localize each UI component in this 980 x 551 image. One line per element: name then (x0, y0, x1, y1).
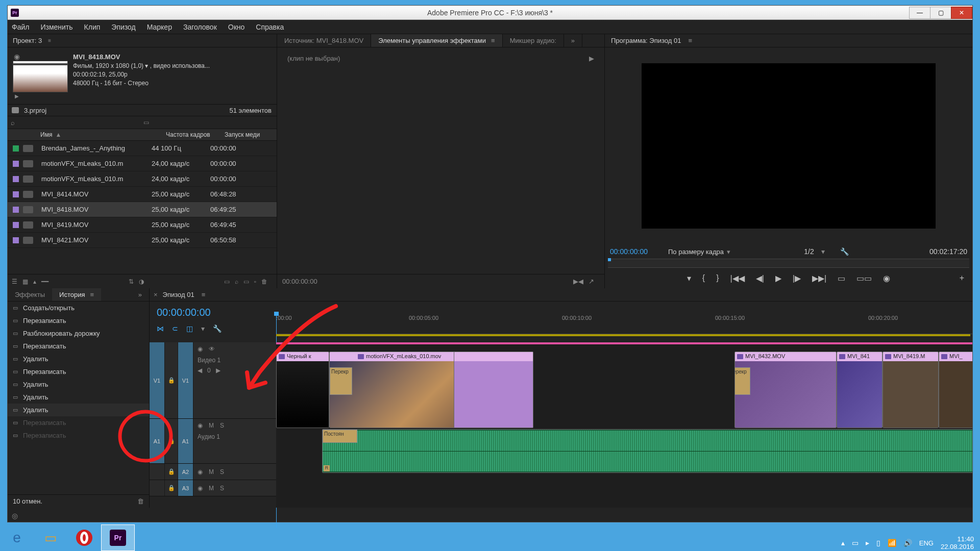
close-button[interactable]: ✕ (951, 7, 972, 19)
tray-language[interactable]: ENG (919, 539, 934, 547)
a1-solo-toggle[interactable]: S (220, 422, 224, 429)
rubber-band-icon[interactable]: R (324, 465, 330, 471)
a2-source-patch[interactable] (150, 464, 165, 480)
timeline-ruler[interactable]: :00:0000:00:05:0000:00:10:0000:00:15:000… (276, 314, 972, 334)
clip-mvi8432[interactable]: MVI_8432.MOV Перекр (734, 352, 837, 428)
trash-icon[interactable]: 🗑 (261, 278, 267, 285)
loop-icon[interactable]: ▶◀ (573, 278, 583, 285)
v1-source-patch[interactable]: V1 (150, 342, 165, 418)
clip-audio[interactable]: Постоян R (322, 429, 972, 473)
history-item[interactable]: ▭Перезаписать (8, 416, 149, 429)
a1-target-toggle[interactable]: A1 (178, 419, 193, 463)
tray-clock[interactable]: 11:40 22.08.2016 (941, 535, 974, 551)
tray-up-icon[interactable]: ▴ (841, 539, 845, 547)
list-view-icon[interactable]: ☰ (12, 278, 17, 285)
export-frame-icon[interactable]: ◉ (883, 273, 890, 283)
a2-output-toggle[interactable]: ◉ (198, 468, 203, 475)
creative-cloud-icon[interactable]: ◎ (12, 512, 18, 520)
history-item[interactable]: ▭Разблокировать дорожку (8, 327, 149, 340)
v1-lock-toggle[interactable]: 🔒 (165, 342, 178, 418)
settings-icon[interactable]: 🔧 (213, 324, 222, 333)
maximize-button[interactable]: ▢ (930, 7, 951, 19)
clip-mvi8419[interactable]: MVI_8419.M (883, 352, 939, 428)
history-item[interactable]: ▭Удалить (8, 378, 149, 391)
search-icon-2[interactable]: ⌕ (235, 278, 238, 285)
panel-menu-icon[interactable]: ≡ (688, 37, 692, 44)
transition-in[interactable]: Перекр (330, 367, 352, 395)
go-to-in-icon[interactable]: { (702, 273, 705, 283)
asset-row[interactable]: MVI_8419.MOV 25,00 кадр/с 06:49:45 (8, 217, 277, 233)
folder-filter-icon[interactable]: ▭ (143, 119, 149, 126)
menu-file[interactable]: Файл (12, 23, 29, 31)
linked-selection-icon[interactable]: ⊂ (172, 324, 178, 333)
audio-transition[interactable]: Постоян (323, 430, 357, 443)
extract-icon[interactable]: ▭▭ (856, 273, 872, 283)
a2-lock-toggle[interactable]: 🔒 (165, 464, 178, 480)
v1-output-toggle[interactable]: ◉ (198, 345, 203, 353)
v1-next-kf-icon[interactable]: ▶ (216, 367, 220, 374)
project-panel-header[interactable]: Проект: 3 ≡ (8, 34, 277, 47)
automate-icon[interactable]: ◑ (139, 278, 144, 285)
tray-battery-icon[interactable]: ▯ (876, 539, 880, 547)
a3-solo-toggle[interactable]: S (220, 485, 224, 492)
taskbar-premiere[interactable]: Pr (101, 524, 135, 551)
icon-view-icon[interactable]: ▦ (22, 278, 28, 285)
asset-row[interactable]: MVI_8421.MOV 25,00 кадр/с 06:50:58 (8, 233, 277, 248)
history-item[interactable]: ▭Перезаписать (8, 340, 149, 353)
menu-sequence[interactable]: Эпизод (111, 23, 135, 31)
history-item[interactable]: ▭Удалить (8, 353, 149, 365)
clip-thumbnail[interactable] (13, 61, 68, 92)
clip-mvi841[interactable]: MVI_841 (837, 352, 883, 428)
tray-flag-icon[interactable]: ▸ (866, 539, 869, 547)
menu-marker[interactable]: Маркер (147, 23, 172, 31)
a3-lock-toggle[interactable]: 🔒 (165, 480, 178, 496)
history-item[interactable]: ▭Удалить (8, 404, 149, 416)
search-icon[interactable]: ⌕ (11, 119, 15, 127)
taskbar-explorer[interactable]: ▭ (34, 524, 67, 551)
tray-volume-icon[interactable]: 🔊 (903, 539, 912, 547)
asset-row[interactable]: MVI_8418.MOV 25,00 кадр/с 06:49:25 (8, 202, 277, 217)
zoom-out-icon[interactable]: ▴ (33, 278, 36, 285)
marker-icon[interactable]: ◫ (186, 324, 193, 333)
minimize-button[interactable]: — (909, 7, 930, 19)
program-monitor[interactable] (605, 47, 972, 244)
a2-target-toggle[interactable]: A2 (178, 464, 193, 480)
a1-mute-toggle[interactable]: M (209, 422, 214, 429)
lift-icon[interactable]: ▭ (838, 273, 845, 283)
asset-row[interactable]: motionVFX_mLeaks_010.m 24,00 кадр/с 00:0… (8, 171, 277, 187)
timeline-timecode[interactable]: 00:00:00:00 (150, 302, 276, 318)
timeline-body[interactable]: Черный к motionVFX_mLeaks_010.mov Перекр… (276, 342, 972, 508)
asset-row[interactable]: MVI_8414.MOV 25,00 кадр/с 06:48:28 (8, 187, 277, 202)
tray-monitor-icon[interactable]: ▭ (852, 539, 859, 547)
add-marker-icon[interactable]: ▾ (201, 324, 205, 333)
col-name[interactable]: Имя▲ (38, 131, 166, 138)
tab-more[interactable]: » (564, 34, 582, 47)
menu-edit[interactable]: Изменить (40, 23, 72, 31)
menu-clip[interactable]: Клип (84, 23, 101, 31)
panel-menu-icon[interactable]: ≡ (48, 38, 51, 43)
v1-eye-toggle[interactable]: 👁 (209, 345, 215, 353)
asset-row[interactable]: Brendan_James_-_Anything 44 100 Гц 00:00… (8, 141, 277, 156)
add-button-icon[interactable]: + (960, 273, 964, 283)
transition[interactable]: Перекр (734, 367, 750, 395)
tab-effects[interactable]: Эффекты (8, 288, 52, 301)
panel-menu-icon[interactable]: ≡ (202, 291, 206, 298)
zoom-slider[interactable]: ━━ (41, 278, 48, 285)
program-timecode[interactable]: 00:00:00:00 (610, 247, 648, 256)
sort-icon[interactable]: ⇅ (129, 278, 134, 285)
a3-mute-toggle[interactable]: M (209, 485, 214, 492)
clip-black-video[interactable]: Черный к (276, 352, 329, 428)
play-preview-icon[interactable]: ▶ (15, 93, 68, 99)
tray-network-icon[interactable]: 📶 (888, 539, 896, 547)
tab-source[interactable]: Источник: MVI_8418.MOV (277, 34, 371, 47)
history-item[interactable]: ▭Создать/открыть (8, 302, 149, 314)
a1-source-patch[interactable]: A1 (150, 419, 165, 463)
sequence-name[interactable]: Эпизод 01 (163, 291, 194, 298)
zoom-dropdown[interactable]: По размеру кадра▾ (668, 248, 730, 256)
snap-icon[interactable]: ⋈ (157, 324, 164, 333)
col-media-start[interactable]: Запуск меди (225, 131, 277, 138)
menu-window[interactable]: Окно (228, 23, 245, 31)
expand-icon[interactable]: ▶ (589, 55, 594, 62)
v1-prev-kf-icon[interactable]: ◀ (198, 367, 202, 374)
menu-help[interactable]: Справка (256, 23, 284, 31)
